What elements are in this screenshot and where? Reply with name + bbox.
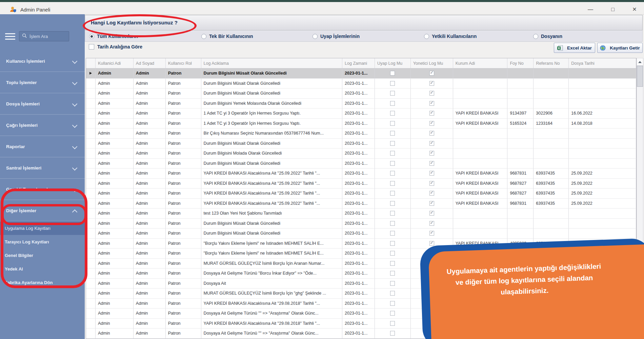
sidebar-item-dosya-islemleri[interactable]: Dosya İşlemleri	[0, 93, 85, 115]
checkbox-checked-icon[interactable]	[429, 171, 434, 176]
table-row[interactable]: AdminAdminPatronYAPI KREDİ BANKASI Alaca…	[86, 179, 636, 189]
table-row[interactable]: AdminAdminPatronDurum Bilgisini Müsait O…	[86, 79, 636, 89]
radio-icon[interactable]	[533, 34, 538, 39]
checkbox-checked-icon[interactable]	[429, 151, 434, 156]
checkbox-unchecked-icon[interactable]	[390, 281, 395, 286]
sidebar-item-genel-bilgiler[interactable]: Genel Bilgiler	[0, 248, 85, 262]
table-row[interactable]: AdminAdminPatronDurum Bilgisini Müsait O…	[86, 139, 636, 149]
column-header-institution[interactable]: Kurum Adi	[453, 58, 508, 68]
table-row[interactable]: AdminAdminPatron1 Adet TC yi 3 Operatör …	[86, 108, 636, 119]
scroll-up-arrow-icon[interactable]	[637, 58, 643, 66]
radio-icon[interactable]	[313, 34, 318, 39]
sidebar-item-yedek-al[interactable]: Yedek Al	[0, 262, 85, 276]
checkbox-unchecked-icon[interactable]	[390, 81, 395, 86]
radio-option-yetkili-kullanicilarin[interactable]: Yetkili Kullanıcıların	[424, 34, 477, 39]
kayitlari-getir-button[interactable]: Kayıtları Getir	[597, 43, 643, 53]
table-row[interactable]: AdminAdminPatronDurum Bilgisini Müsait O…	[86, 88, 636, 99]
checkbox-unchecked-icon[interactable]	[390, 221, 395, 226]
checkbox-unchecked-icon[interactable]	[390, 131, 395, 136]
minimize-button[interactable]: —	[583, 5, 598, 14]
scrollbar-thumb[interactable]	[637, 66, 643, 87]
table-row[interactable]: AdminAdminPatronYAPI KREDİ BANKASI Alaca…	[86, 199, 636, 209]
radio-option-uyap-islemlerinin[interactable]: Uyap İşlemlerinin	[313, 34, 360, 39]
radio-option-tek-bir-kullanicinin[interactable]: Tek Bir Kullanıcının	[201, 34, 253, 39]
hamburger-menu-icon[interactable]	[5, 33, 15, 40]
sidebar-item-raporlar[interactable]: Raporlar	[0, 136, 85, 157]
column-header-file-date[interactable]: Dosya Tarihi	[569, 58, 636, 68]
checkbox-unchecked-icon[interactable]	[390, 101, 395, 106]
date-range-filter[interactable]: Tarih Aralığına Göre	[89, 44, 142, 49]
checkbox-checked-icon[interactable]	[429, 101, 434, 106]
sidebar-item-gerekli-tanimlamalar[interactable]: Gerekli Tanımlamalar	[0, 179, 85, 200]
radio-option-dosyanin[interactable]: Dosyanın	[533, 34, 562, 39]
checkbox-unchecked-icon[interactable]	[390, 201, 395, 206]
table-row[interactable]: AdminAdminPatronBir Çıkış Numarası Seçin…	[86, 128, 636, 139]
table-row[interactable]: AdminAdminPatronDurum Bilgisini Müsait O…	[86, 159, 636, 169]
checkbox-unchecked-icon[interactable]	[390, 301, 395, 306]
radio-option-tum-kullanicilarin[interactable]: Tüm Kullanıcıların	[89, 34, 138, 39]
checkbox-unchecked-icon[interactable]	[390, 151, 395, 156]
sidebar-item-cagri-islemleri[interactable]: Çağrı İşlemleri	[0, 115, 85, 136]
checkbox-unchecked-icon[interactable]	[390, 181, 395, 186]
column-header-role[interactable]: Kullanıcı Rol	[166, 58, 201, 68]
checkbox-unchecked-icon[interactable]	[390, 171, 395, 176]
checkbox-checked-icon[interactable]	[429, 141, 434, 146]
checkbox-checked-icon[interactable]	[429, 211, 434, 216]
column-header-uyap-log[interactable]: Uyap Log Mu	[375, 58, 411, 68]
checkbox-unchecked-icon[interactable]	[390, 71, 395, 76]
checkbox-unchecked-icon[interactable]	[390, 91, 395, 96]
checkbox-checked-icon[interactable]	[429, 161, 434, 166]
table-row[interactable]: AdminAdminPatronDurum Bilgisini Molada O…	[86, 148, 636, 159]
table-row[interactable]: AdminAdminPatronYAPI KREDİ BANKASI Alaca…	[86, 168, 636, 179]
sidebar-item-santral-islemleri[interactable]: Santral İşlemleri	[0, 157, 85, 179]
checkbox-unchecked-icon[interactable]	[390, 161, 395, 166]
checkbox-unchecked-icon[interactable]	[390, 191, 395, 196]
checkbox-unchecked-icon[interactable]	[390, 331, 395, 336]
column-header-reference-no[interactable]: Referans No	[534, 58, 569, 68]
checkbox-unchecked-icon[interactable]	[390, 211, 395, 216]
search-input[interactable]	[29, 34, 67, 39]
table-row[interactable]: AdminAdminPatronDurum Bilgisini Müsait O…	[86, 219, 636, 229]
sidebar-item-tarayici-log-kayitlari[interactable]: Tarayıcı Log Kayıtları	[0, 235, 85, 248]
checkbox-unchecked-icon[interactable]	[390, 321, 395, 326]
table-row[interactable]: AdminAdminPatron1 Adet TC yi 3 Operatör …	[86, 119, 636, 129]
sidebar-item-diger-islemler[interactable]: Diğer İşlemler	[0, 200, 85, 221]
column-header-file-no[interactable]: Foy No	[507, 58, 534, 68]
radio-icon[interactable]	[424, 34, 429, 39]
checkbox-unchecked-icon[interactable]	[390, 311, 395, 316]
checkbox-unchecked-icon[interactable]	[390, 121, 395, 126]
checkbox-unchecked-icon[interactable]	[390, 261, 395, 266]
checkbox-checked-icon[interactable]	[429, 181, 434, 186]
date-range-checkbox[interactable]	[89, 44, 94, 49]
column-header-log-time[interactable]: Log Zamani	[342, 58, 375, 68]
checkbox-unchecked-icon[interactable]	[390, 291, 395, 296]
checkbox-checked-icon[interactable]	[429, 81, 434, 86]
checkbox-checked-icon[interactable]	[429, 221, 434, 226]
sidebar-item-uygulama-log-kayitlari[interactable]: Uygulama Log Kayıtları	[0, 221, 85, 235]
checkbox-unchecked-icon[interactable]	[390, 251, 395, 256]
column-header-user[interactable]: Kullanici Adi	[96, 58, 134, 68]
sidebar-item-toplu-islemler[interactable]: Toplu İşlemler	[0, 72, 85, 93]
checkbox-unchecked-icon[interactable]	[390, 111, 395, 116]
checkbox-checked-icon[interactable]	[429, 71, 434, 76]
checkbox-checked-icon[interactable]	[429, 191, 434, 196]
table-row[interactable]: AdminAdminPatronDurum Bilgisini Müsait O…	[86, 228, 636, 239]
column-header-manager-log[interactable]: Yonetici Log Mu	[411, 58, 453, 68]
maximize-button[interactable]: □	[605, 5, 620, 14]
table-row[interactable]: AdminAdminPatrontest 123 Olan Yeni Not Ş…	[86, 208, 636, 219]
checkbox-checked-icon[interactable]	[429, 231, 434, 236]
checkbox-unchecked-icon[interactable]	[390, 241, 395, 246]
table-row[interactable]: AdminAdminPatronDurum Bilgisini Yemek Mo…	[86, 99, 636, 109]
close-button[interactable]: ✕	[627, 5, 642, 14]
column-header-name[interactable]: Ad Soyad	[134, 58, 166, 68]
checkbox-checked-icon[interactable]	[429, 121, 434, 126]
checkbox-checked-icon[interactable]	[429, 241, 434, 246]
sidebar-item-fabrika-ayarlarina-don[interactable]: Fabrika Ayarlarına Dön	[0, 276, 85, 289]
radio-icon[interactable]	[201, 34, 206, 39]
checkbox-checked-icon[interactable]	[429, 131, 434, 136]
excel-aktar-button[interactable]: Excel Aktar	[554, 43, 595, 53]
radio-selected-icon[interactable]	[89, 34, 94, 39]
column-header-description[interactable]: Log Aciklama	[201, 58, 342, 68]
checkbox-checked-icon[interactable]	[429, 201, 434, 206]
table-row[interactable]: AdminAdminPatronDurum Bilgisini Müsait O…	[86, 68, 636, 79]
